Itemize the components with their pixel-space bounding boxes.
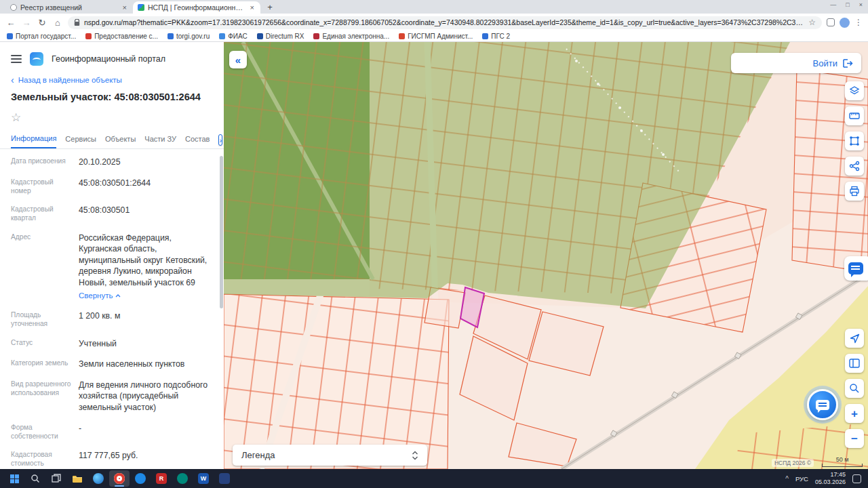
- map-viewport[interactable]: « Войти: [224, 42, 868, 469]
- menu-hamburger-icon[interactable]: [11, 55, 22, 63]
- tab-favicon-globe-icon: [10, 4, 17, 11]
- side-panel-button[interactable]: [845, 354, 864, 373]
- browser-forward-button[interactable]: →: [21, 18, 32, 27]
- bookmark-item[interactable]: Портал государст...: [7, 33, 76, 40]
- attribute-row: Форма собственности -: [11, 418, 214, 446]
- active-browser-button[interactable]: [109, 470, 130, 487]
- panel-scrollbar[interactable]: [220, 156, 223, 308]
- measure-area-button[interactable]: [845, 131, 864, 150]
- window-close-icon[interactable]: ×: [859, 2, 863, 8]
- tray-expand-icon[interactable]: ^: [785, 475, 789, 483]
- tab-title: Реестр извещений: [20, 3, 118, 12]
- browser-reload-button[interactable]: ↻: [37, 18, 47, 27]
- bookmark-favicon: [7, 33, 13, 39]
- chat-widget-button[interactable]: [844, 256, 868, 281]
- edge-browser-button[interactable]: [88, 470, 108, 487]
- profile-avatar[interactable]: [840, 18, 850, 28]
- app-navy-button[interactable]: [214, 470, 235, 487]
- browser-back-button[interactable]: ←: [5, 18, 16, 27]
- window-maximize-icon[interactable]: □: [846, 2, 849, 8]
- ruler-button[interactable]: [845, 106, 864, 125]
- bookmark-favicon: [167, 33, 174, 39]
- attribute-list: Дата присвоения 20.10.2025 Кадастровый н…: [0, 149, 224, 469]
- bookmark-item[interactable]: Единая электронна...: [313, 33, 389, 40]
- bookmark-item[interactable]: Directum RX: [257, 33, 304, 40]
- browser-icon: [114, 473, 125, 484]
- tabs-next-button[interactable]: ›: [218, 134, 222, 146]
- windows-taskbar: R W ^ РУС 17:45 05.03.2026: [0, 469, 868, 488]
- app-red-square-button[interactable]: R: [151, 470, 172, 487]
- back-to-results-link[interactable]: ‹ Назад в найденные объекты: [0, 69, 224, 85]
- file-explorer-button[interactable]: [67, 470, 87, 487]
- attribute-row: Категория земель Земли населенных пункто…: [11, 354, 214, 375]
- favorite-star-icon[interactable]: ☆: [11, 111, 21, 124]
- panel-tabs: Информация Сервисы Объекты Части ЗУ Сост…: [0, 125, 224, 149]
- app-icon: R: [156, 473, 167, 484]
- bookmark-item[interactable]: ФИАС: [219, 33, 247, 40]
- login-bar[interactable]: Войти: [731, 53, 861, 73]
- new-tab-button[interactable]: +: [264, 1, 275, 12]
- window-minimize-icon[interactable]: —: [830, 2, 836, 8]
- back-chevron-icon: ‹: [11, 75, 14, 85]
- attribute-row: Кадастровый номер 45:08:030501:2644: [11, 173, 214, 201]
- bookmark-star-icon[interactable]: ☆: [808, 18, 816, 27]
- map-attribution: НСПД 2026 ©: [772, 459, 814, 467]
- browser-menu-icon[interactable]: ⋮: [854, 18, 863, 27]
- folder-icon: [72, 474, 83, 483]
- tab-title: НСПД | Геоинформационный п: [148, 3, 245, 12]
- my-location-button[interactable]: [845, 329, 864, 348]
- zoom-out-button[interactable]: −: [845, 429, 864, 448]
- time: 17:45: [830, 471, 846, 478]
- zoom-in-button[interactable]: +: [845, 404, 864, 423]
- bookmark-item[interactable]: ГИСГМП Админист...: [399, 33, 473, 40]
- screen: Реестр извещений × НСПД | Геоинформацион…: [0, 0, 868, 488]
- assistant-chat-button[interactable]: [807, 389, 838, 420]
- tab-information[interactable]: Информация: [11, 134, 56, 148]
- collapse-panel-button[interactable]: «: [229, 51, 247, 68]
- bookmark-item[interactable]: torgi.gov.ru: [167, 33, 210, 40]
- browser-tab-nspd[interactable]: НСПД | Геоинформационный п ×: [133, 1, 260, 14]
- url-text: nspd.gov.ru/map?thematic=PKK&zoom=17.319…: [84, 18, 804, 26]
- layers-button[interactable]: [845, 81, 864, 100]
- start-button[interactable]: [4, 470, 24, 487]
- browser-tab-strip: Реестр извещений × НСПД | Геоинформацион…: [0, 0, 868, 14]
- tab-objects[interactable]: Объекты: [105, 135, 136, 148]
- legend-toggle[interactable]: Легенда: [233, 445, 427, 466]
- zoom-to-area-button[interactable]: [845, 379, 864, 398]
- tab-close-icon[interactable]: ×: [249, 3, 256, 12]
- notification-center-icon[interactable]: [852, 474, 861, 483]
- bookmark-favicon: [399, 33, 405, 39]
- legend-label: Легенда: [241, 450, 275, 460]
- tab-close-icon[interactable]: ×: [121, 3, 128, 12]
- extensions-icon[interactable]: [827, 18, 835, 26]
- language-indicator[interactable]: РУС: [795, 475, 808, 483]
- window-controls: — □ ×: [830, 2, 863, 8]
- tab-services[interactable]: Сервисы: [65, 135, 96, 148]
- tab-composition[interactable]: Состав: [185, 135, 210, 148]
- app-blue-circle-button[interactable]: [130, 470, 151, 487]
- word-icon: W: [198, 473, 209, 484]
- print-button[interactable]: [845, 182, 864, 201]
- bookmark-favicon: [257, 33, 263, 39]
- ruler-icon: [849, 112, 860, 120]
- print-icon: [849, 186, 860, 197]
- attribute-row-address: Адрес Российская Федерация, Курганская о…: [11, 228, 214, 306]
- browser-home-button[interactable]: ⌂: [52, 18, 63, 27]
- attribute-row: Дата присвоения 20.10.2025: [11, 152, 214, 173]
- bottom-left-parcels: [224, 276, 449, 469]
- app-teal-button[interactable]: [172, 470, 193, 487]
- tab-parcel-parts[interactable]: Части ЗУ: [144, 135, 176, 148]
- side-panel-icon: [849, 359, 860, 368]
- address-bar[interactable]: nspd.gov.ru/map?thematic=PKK&zoom=17.319…: [68, 16, 822, 29]
- browser-tab-registry[interactable]: Реестр извещений ×: [5, 1, 133, 14]
- taskbar-search-button[interactable]: [25, 470, 45, 487]
- bookmark-item[interactable]: Предоставление с...: [85, 33, 158, 40]
- clock[interactable]: 17:45 05.03.2026: [815, 471, 846, 486]
- word-button[interactable]: W: [193, 470, 214, 487]
- bookmark-favicon: [482, 33, 488, 39]
- task-view-button[interactable]: [46, 470, 66, 487]
- collapse-address-link[interactable]: Свернуть: [79, 291, 121, 302]
- bookmark-item[interactable]: ПГС 2: [482, 33, 510, 40]
- share-button[interactable]: [845, 157, 864, 176]
- portal-title: Геоинформационный портал: [52, 54, 165, 64]
